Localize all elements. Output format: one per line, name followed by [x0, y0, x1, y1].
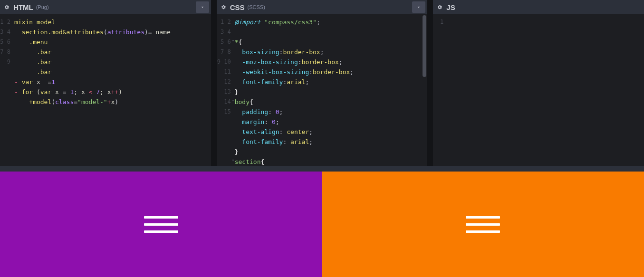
- gutter-html: 1 2 3 4 5 6 7 8 9: [0, 14, 14, 166]
- pane-html: HTML (Pug) 1 2 3 4 5 6 7 8 9 mixin model…: [0, 0, 211, 166]
- preview-section-2: [322, 172, 644, 277]
- menu-bar: [144, 223, 178, 226]
- code-css[interactable]: @import "compass/css3"; *{ box-sizing:bo…: [235, 14, 428, 166]
- scrollbar-thumb[interactable]: [423, 15, 426, 77]
- fold-icon[interactable]: ▾: [232, 38, 234, 43]
- menu-bar: [466, 223, 500, 226]
- menu-icon[interactable]: [144, 216, 178, 233]
- scrollbar[interactable]: [422, 14, 427, 166]
- gear-icon[interactable]: [433, 0, 446, 14]
- code-html[interactable]: mixin model section.mod&attributes(attri…: [14, 14, 211, 166]
- divider[interactable]: [0, 166, 644, 172]
- code-js[interactable]: [447, 14, 644, 166]
- editor-html[interactable]: 1 2 3 4 5 6 7 8 9 mixin model section.mo…: [0, 14, 211, 166]
- gutter-css: 1 2 3 4 5 6 7 8 9 10 11 12 13 14 15: [217, 14, 235, 166]
- editor-row: HTML (Pug) 1 2 3 4 5 6 7 8 9 mixin model…: [0, 0, 644, 166]
- menu-bar: [466, 230, 500, 233]
- preview-section-1: [0, 172, 322, 277]
- gear-icon[interactable]: [217, 0, 230, 14]
- pane-header-js: JS: [433, 0, 644, 14]
- pane-title: JS: [446, 3, 455, 11]
- pane-js: JS 1: [433, 0, 644, 166]
- pane-header-css: CSS (SCSS): [217, 0, 428, 14]
- pane-title: HTML: [13, 3, 33, 11]
- gear-icon[interactable]: [0, 0, 13, 14]
- fold-icon[interactable]: ▾: [232, 98, 234, 103]
- preview: [0, 172, 644, 277]
- pane-sub: (Pug): [36, 4, 49, 10]
- menu-bar: [144, 216, 178, 219]
- editor-js[interactable]: 1: [433, 14, 644, 166]
- editor-css[interactable]: 1 2 3 4 5 6 7 8 9 10 11 12 13 14 15 ▾ ▾ …: [217, 14, 428, 166]
- gutter-js: 1: [433, 14, 447, 166]
- pane-header-html: HTML (Pug): [0, 0, 211, 14]
- chevron-down-icon[interactable]: [412, 1, 425, 13]
- menu-icon[interactable]: [466, 216, 500, 233]
- menu-bar: [144, 230, 178, 233]
- menu-bar: [466, 216, 500, 219]
- pane-css: CSS (SCSS) 1 2 3 4 5 6 7 8 9 10 11 12 13…: [217, 0, 428, 166]
- pane-title: CSS: [230, 3, 245, 11]
- pane-sub: (SCSS): [248, 4, 265, 10]
- chevron-down-icon[interactable]: [196, 1, 209, 13]
- fold-icon[interactable]: ▾: [232, 158, 234, 163]
